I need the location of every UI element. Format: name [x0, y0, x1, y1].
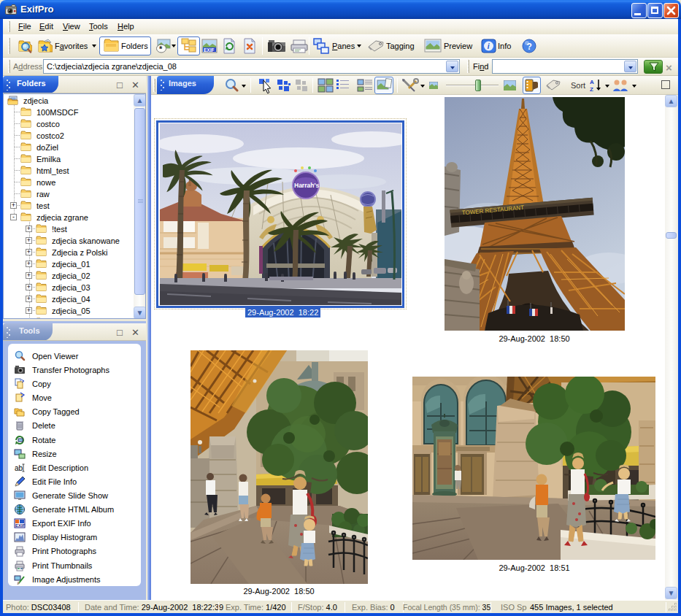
svg-text:ab: ab: [15, 464, 23, 472]
svg-text:A: A: [590, 79, 594, 85]
svg-text:EXIF: EXIF: [15, 523, 26, 528]
svg-text:?: ?: [527, 42, 532, 52]
svg-text:*: *: [159, 45, 163, 53]
svg-text:Z: Z: [590, 86, 593, 93]
svg-text:i: i: [488, 42, 490, 50]
svg-text:EXIF: EXIF: [204, 47, 214, 53]
svg-text:Harrah's: Harrah's: [294, 182, 319, 189]
